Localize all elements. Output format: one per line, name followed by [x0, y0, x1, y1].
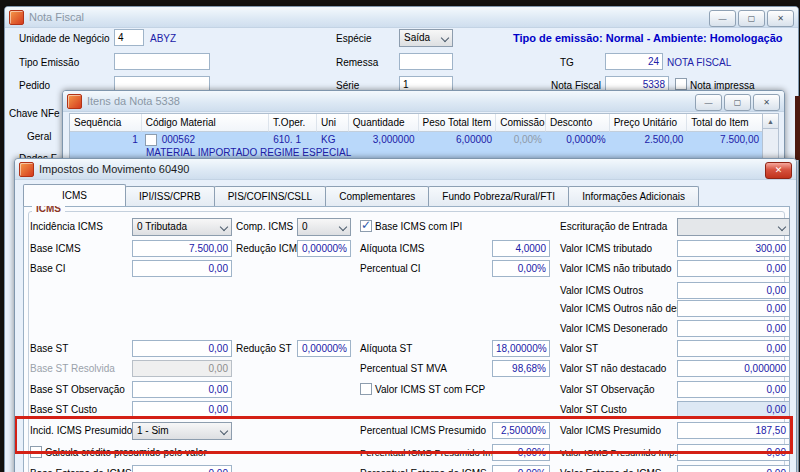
col-preco-unitario[interactable]: Preço Unitário: [610, 114, 688, 132]
base-st-resolvida-field: 0,00: [132, 360, 232, 377]
close-icon[interactable]: ✕: [765, 162, 792, 179]
valor-icms-nao-tributado-label: Valor ICMS não tributado: [560, 263, 672, 274]
col-uni[interactable]: Uni: [317, 114, 349, 132]
percentual-presumido-imp-pr-field[interactable]: 0,00%: [492, 444, 550, 461]
base-st-label: Base ST: [30, 343, 68, 354]
desktop-artifact: [795, 96, 800, 160]
reducao-icms-field[interactable]: 0,00000%: [297, 240, 351, 257]
calcula-credito-checkbox[interactable]: [30, 446, 42, 458]
aliquota-st-label: Alíquota ST: [360, 343, 412, 354]
chevron-down-icon: [778, 223, 786, 231]
aliquota-icms-field[interactable]: 4,0000: [492, 240, 550, 257]
col-total-item[interactable]: Total do Item: [687, 114, 763, 132]
base-icms-com-ipi-label: Base ICMS com IPI: [375, 221, 462, 232]
percentual-st-mva-field[interactable]: 98,68%: [492, 360, 550, 377]
base-ci-field[interactable]: 0,00: [132, 260, 232, 277]
percentual-ci-label: Percentual CI: [360, 263, 421, 274]
valor-icms-nao-tributado-field[interactable]: 0,00: [677, 260, 790, 277]
sidebar-item-geral[interactable]: Geral: [27, 131, 51, 142]
col-comissao[interactable]: Comissão: [496, 114, 546, 132]
comp-icms-select[interactable]: 0: [297, 218, 351, 236]
cell-codigo: 000562: [142, 132, 269, 147]
base-estorno-field[interactable]: 0,00: [132, 465, 232, 472]
close-icon[interactable]: ✕: [753, 94, 780, 111]
percentual-icms-presumido-field[interactable]: 2,50000%: [492, 422, 550, 439]
aliquota-icms-label: Alíquota ICMS: [360, 243, 424, 254]
reducao-icms-label: Redução ICMS: [236, 243, 304, 254]
col-toper[interactable]: T.Oper.: [269, 114, 317, 132]
valor-icms-st-fcp-checkbox[interactable]: [360, 383, 372, 395]
base-st-custo-field[interactable]: 0,00: [132, 401, 232, 418]
remessa-label: Remessa: [336, 57, 378, 68]
valor-estorno-label: Valor Estorno de ICMS: [560, 468, 662, 472]
tab-fundo-pobreza[interactable]: Fundo Pobreza/Rural/FTI: [428, 186, 569, 206]
base-icms-field[interactable]: 7.500,00: [132, 240, 232, 257]
aliquota-st-field[interactable]: 18,00000%: [492, 340, 550, 357]
base-st-observacao-field[interactable]: 0,00: [132, 381, 232, 398]
valor-icms-presumido-field[interactable]: 187,50: [677, 422, 790, 439]
percentual-icms-presumido-label: Percentual ICMS Presumido: [360, 425, 486, 436]
col-codigo-material[interactable]: Código Material: [142, 114, 269, 132]
incid-icms-presumido-label: Incid. ICMS Presumido: [30, 425, 132, 436]
tab-complementares[interactable]: Complementares: [325, 186, 429, 206]
minimize-icon[interactable]: —: [695, 94, 722, 111]
reducao-st-field[interactable]: 0,00000%: [297, 340, 351, 357]
unidade-label: Unidade de Negócio: [19, 33, 110, 44]
table-row[interactable]: 1 000562 610. 1 KG 3,000000 6,00000 0,00…: [70, 132, 763, 147]
chevron-down-icon: [441, 34, 449, 42]
maximize-icon[interactable]: ▢: [738, 10, 765, 27]
percentual-estorno-field[interactable]: 0,00%: [492, 465, 550, 472]
cell-toper: 610. 1: [269, 132, 317, 147]
unidade-field[interactable]: 4: [114, 29, 144, 46]
base-st-field[interactable]: 0,00: [132, 340, 232, 357]
valor-st-field[interactable]: 0,00: [677, 340, 790, 357]
tab-icms[interactable]: ICMS: [23, 184, 126, 206]
cell-preco: 2.500,00: [610, 132, 688, 147]
especie-select[interactable]: Saída: [399, 29, 453, 47]
valor-icms-desonerado-field[interactable]: 0,00: [677, 320, 790, 337]
incidencia-icms-select[interactable]: 0 Tributada: [132, 218, 232, 236]
window-itens-nota: Itens da Nota 5338 — ▢ ✕ Sequência Códig…: [62, 90, 785, 166]
col-sequencia[interactable]: Sequência: [70, 114, 142, 132]
minimize-icon[interactable]: —: [709, 10, 736, 27]
valor-st-nao-destacado-field[interactable]: 0,000000: [677, 360, 790, 377]
col-peso-total[interactable]: Peso Total Item: [419, 114, 497, 132]
row-checkbox[interactable]: [145, 134, 157, 146]
valor-st-label: Valor ST: [560, 343, 598, 354]
maximize-icon[interactable]: ▢: [724, 94, 751, 111]
base-st-resolvida-label: Base ST Resolvida: [30, 363, 115, 374]
remessa-field[interactable]: [399, 53, 453, 70]
nota-fiscal-titlebar[interactable]: Nota Fiscal — ▢ ✕: [5, 7, 798, 28]
tg-field[interactable]: 24: [605, 53, 663, 70]
valor-estorno-field[interactable]: 0,00: [677, 465, 790, 472]
base-icms-com-ipi-checkbox[interactable]: [360, 220, 372, 232]
col-desconto[interactable]: Desconto: [546, 114, 610, 132]
tab-ipi-iss-cprb[interactable]: IPI/ISS/CPRB: [125, 186, 215, 206]
incid-icms-presumido-select[interactable]: 1 - Sim: [132, 422, 232, 440]
valor-st-observacao-label: Valor ST Observação: [560, 384, 655, 395]
scroll-up-icon[interactable]: ▲: [763, 114, 778, 129]
valor-icms-outros-field[interactable]: 0,00: [677, 282, 790, 299]
window-impostos: Impostos do Movimento 60490 ✕ ICMS IPI/I…: [14, 158, 797, 472]
nota-impressa-checkbox[interactable]: [675, 78, 687, 90]
cell-comissao: 0,00%: [496, 132, 546, 147]
valor-icms-tributado-field[interactable]: 300,00: [677, 240, 790, 257]
vertical-scrollbar[interactable]: ▲: [762, 113, 779, 163]
valor-icms-outros-nao-dest-field[interactable]: 0,00: [677, 300, 790, 317]
escrituracao-select[interactable]: [677, 218, 790, 236]
cell-quantidade: 3,000000: [349, 132, 419, 147]
valor-st-custo-label: Valor ST Custo: [560, 404, 627, 415]
valor-st-observacao-field[interactable]: 0,00: [677, 381, 790, 398]
tipo-emissao-field[interactable]: [114, 53, 210, 70]
itens-titlebar[interactable]: Itens da Nota 5338 — ▢ ✕: [63, 91, 784, 112]
impostos-titlebar[interactable]: Impostos do Movimento 60490 ✕: [15, 159, 796, 180]
tab-informacoes-adicionais[interactable]: Informações Adicionais: [568, 186, 699, 206]
valor-presumido-imp-pr-field[interactable]: 0,00: [677, 444, 790, 461]
percentual-ci-field[interactable]: 0,00%: [492, 260, 550, 277]
valor-st-custo-field: 0,00: [677, 401, 790, 418]
tab-pis-cofins-csll[interactable]: PIS/COFINS/CSLL: [214, 186, 326, 206]
reducao-st-label: Redução ST: [236, 343, 292, 354]
close-icon[interactable]: ✕: [767, 10, 794, 27]
col-quantidade[interactable]: Quantidade: [349, 114, 419, 132]
chevron-down-icon: [220, 427, 228, 435]
